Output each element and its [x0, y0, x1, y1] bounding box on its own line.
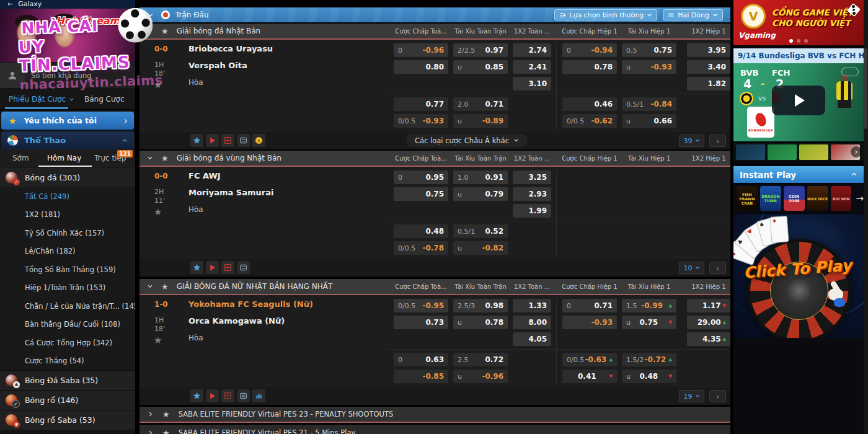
odds-cell[interactable]: 1.17▼: [687, 299, 730, 312]
carousel-dot[interactable]: [797, 39, 800, 43]
display-mode-dropdown[interactable]: Lựa chọn bình thường: [554, 9, 657, 20]
odds-cell[interactable]: 3.10: [513, 77, 551, 91]
sidebar-item-cuoc-thang[interactable]: Cược Thắng (54): [0, 352, 135, 371]
bet-types-button[interactable]: [237, 261, 250, 274]
game-tile-dragon-tiger[interactable]: DRAGON TIGER: [760, 186, 781, 211]
odds-cell[interactable]: 2.50.72: [453, 353, 508, 366]
odds-cell[interactable]: u-0.93: [622, 60, 676, 74]
odds-cell[interactable]: 2.5/30.98: [453, 299, 508, 312]
expand-markets-button[interactable]: ›: [709, 390, 726, 402]
odds-cell[interactable]: 0.75: [394, 187, 448, 201]
odds-cell[interactable]: 1.00.91: [453, 170, 508, 184]
odds-cell[interactable]: 2.00.71: [453, 97, 508, 111]
carousel-dot[interactable]: [804, 39, 808, 43]
chevron-down-icon[interactable]: [147, 155, 153, 161]
tab-early[interactable]: Sớm: [12, 149, 29, 167]
odds-cell[interactable]: u-0.96: [453, 370, 508, 383]
my-favorites-button[interactable]: ★ Yêu thích của tôi ›: [1, 112, 134, 130]
sidebar-item-chan-le-cua-nua-tran-t[interactable]: Chẵn / Lẻ của Nửa trận/T... (145): [0, 297, 135, 316]
game-tile-coin-toss[interactable]: COIN TOSS: [784, 186, 805, 211]
odds-cell[interactable]: 3.40: [687, 60, 730, 74]
star-icon[interactable]: ★: [162, 410, 170, 419]
sidebar-item-tat-ca[interactable]: Tất Cả (249): [0, 187, 135, 206]
odds-cell[interactable]: 1.99: [513, 204, 551, 218]
favorite-star-icon[interactable]: ★: [154, 79, 162, 91]
chevron-down-icon[interactable]: [147, 28, 153, 34]
odds-cell[interactable]: 00.71: [562, 299, 617, 312]
bet-types-button[interactable]: [237, 134, 250, 147]
video-thumbnail[interactable]: [799, 144, 828, 160]
sidebar-item-ca-cuoc-tong-hop[interactable]: Cá Cược Tổng Hợp (342): [0, 334, 135, 352]
more-markets-count-dropdown[interactable]: 10: [679, 262, 704, 274]
odds-cell[interactable]: -0.85: [394, 370, 448, 383]
favorite-button[interactable]: [190, 389, 203, 402]
tab-today[interactable]: Hôm Nay: [47, 149, 81, 167]
sidebar-item-bong-a-saba[interactable]: Bóng Đá Saba (35): [0, 370, 135, 390]
odds-cell[interactable]: 3.25: [513, 170, 551, 184]
more-asian-bets-dropdown[interactable]: Các loại cược Châu Á khác: [406, 134, 528, 147]
video-player[interactable]: BVB FCH 4 - 2 vs BUNDESLIGA: [733, 63, 864, 141]
live-button[interactable]: [206, 261, 219, 274]
odds-cell[interactable]: u0.79: [453, 187, 508, 201]
star-icon[interactable]: ★: [162, 428, 170, 434]
bet-types-button[interactable]: [237, 389, 250, 402]
odds-cell[interactable]: 0-0.94: [562, 43, 617, 57]
scrollbar-thumb[interactable]: [864, 48, 867, 129]
favorite-star-icon[interactable]: ★: [154, 206, 162, 218]
odds-cell[interactable]: 4.35▲: [687, 332, 730, 346]
top-nav[interactable]: ← Galaxy: [0, 0, 135, 9]
odds-cell[interactable]: 0.48: [394, 224, 448, 238]
video-title[interactable]: 9/14 Bundesliga BVB vs FCH Hig...: [733, 48, 864, 63]
league-header[interactable]: ★ Giải bóng đá vùng Nhật Bản Cược Chấp T…: [140, 151, 730, 167]
sidebar-item-1x2[interactable]: 1X2 (181): [0, 206, 135, 224]
odds-cell[interactable]: 0.46: [562, 97, 617, 111]
chevron-down-icon[interactable]: [147, 283, 153, 290]
more-markets-count-dropdown[interactable]: 39: [679, 135, 704, 147]
odds-cell[interactable]: 2.41: [513, 60, 551, 74]
odds-cell[interactable]: 2.93: [513, 187, 551, 201]
chart-button[interactable]: [252, 389, 265, 402]
odds-cell[interactable]: 0.50.75: [622, 43, 676, 57]
sidebar-item-ty-so-chinh-xac[interactable]: Tỷ Số Chính Xác (157): [0, 224, 135, 242]
odds-cell[interactable]: 1.5/2-0.72▲: [622, 353, 676, 366]
odds-cell[interactable]: 00.63: [394, 353, 448, 366]
odds-cell[interactable]: u-0.89: [453, 114, 508, 128]
odds-cell[interactable]: u-0.82: [453, 241, 508, 255]
odds-cell[interactable]: 0/0.5-0.95: [394, 299, 448, 312]
stats-button[interactable]: [221, 134, 234, 147]
rows-mode-dropdown[interactable]: Hai Dòng: [663, 9, 723, 20]
odds-cell[interactable]: 2.74: [513, 43, 551, 57]
sidebar-item-ban-thang-au-cuoi[interactable]: Bàn thắng Đầu/ Cuối (108): [0, 316, 135, 334]
games-next-arrow[interactable]: →: [856, 193, 864, 204]
league-header[interactable]: ★ Giải bóng đá Nhật Bản Cược Chấp Toà...…: [140, 24, 730, 40]
sidebar-item-bong-a[interactable]: Bóng đá (303): [0, 167, 135, 187]
odds-cell[interactable]: 0/0.5-0.62: [562, 114, 617, 128]
tab-bet-board[interactable]: Bảng Cược: [84, 89, 125, 110]
game-tile-max-dice[interactable]: MAX DICE: [807, 186, 828, 211]
vgaming-promo-banner[interactable]: V Vgaming CỔNG GAME VIỆT CHO NGƯỜI VIỆT: [733, 0, 864, 45]
sidebar-item-hiep-1-toan-tran[interactable]: Hiệp 1/Toàn Trận (153): [0, 279, 135, 298]
video-thumbnail[interactable]: [736, 144, 765, 160]
odds-cell[interactable]: 0.78: [562, 60, 617, 74]
favorite-button[interactable]: [190, 134, 203, 147]
odds-cell[interactable]: u0.66: [622, 114, 676, 128]
thumbnails-next-button[interactable]: ›: [851, 146, 862, 157]
odds-cell[interactable]: 1.33: [513, 299, 551, 312]
hot-streamer-banner[interactable]: Hot Streamer: [0, 9, 135, 62]
sports-section-header[interactable]: Thể Thao: [1, 131, 134, 149]
odds-cell[interactable]: 1.5-0.99▲: [622, 299, 676, 312]
odds-cell[interactable]: 2/2.50.97: [453, 43, 508, 57]
collapsed-league[interactable]: ★ SABA ELITE FRIENDLY Virtual PES 21 - 5…: [140, 425, 730, 434]
sidebar-item-tong-so-ban-thang[interactable]: Tổng Số Bàn Thắng (159): [0, 260, 135, 279]
odds-cell[interactable]: 29.00▲: [687, 316, 730, 329]
chevron-down-icon[interactable]: [147, 12, 154, 19]
more-markets-count-dropdown[interactable]: 19: [679, 390, 704, 402]
odds-cell[interactable]: 0/0.5-0.78: [394, 241, 448, 255]
league-header[interactable]: ★ GIẢI BÓNG ĐÁ NỮ NHẬT BẢN HẠNG NHẤT Cượ…: [140, 279, 730, 295]
video-play-button[interactable]: [772, 86, 825, 115]
odds-cell[interactable]: 0.73: [394, 316, 448, 329]
odds-cell[interactable]: 4.05: [513, 332, 551, 346]
expand-markets-button[interactable]: ›: [709, 135, 726, 147]
odds-cell[interactable]: 00.95: [394, 170, 448, 184]
odds-cell[interactable]: 0.77: [394, 97, 448, 111]
